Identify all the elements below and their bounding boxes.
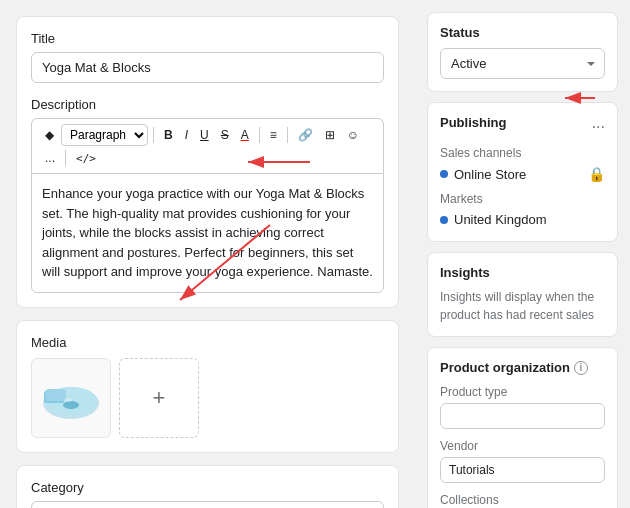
toolbar-divider-3 (287, 127, 288, 143)
product-type-field: Product type (440, 385, 605, 429)
svg-rect-7 (46, 389, 66, 401)
title-input[interactable] (31, 52, 384, 83)
emoji-btn[interactable]: ☺ (342, 125, 364, 145)
color-btn[interactable]: A (236, 125, 254, 145)
toolbar-divider-4 (65, 150, 66, 166)
publishing-more-btn[interactable]: ··· (592, 119, 605, 135)
publishing-header: Publishing ··· (440, 115, 605, 138)
status-select-wrapper: Active Draft Archived (440, 48, 605, 79)
description-label: Description (31, 97, 384, 112)
code-btn[interactable]: </> (71, 149, 101, 168)
market-status-dot (440, 216, 448, 224)
product-org-card: Product organization i Product type Vend… (427, 347, 618, 508)
product-type-label: Product type (440, 385, 605, 399)
channel-status-dot (440, 170, 448, 178)
toolbar-divider-1 (153, 127, 154, 143)
sales-channels-label: Sales channels (440, 146, 605, 160)
category-label: Category (31, 480, 384, 495)
toolbar-divider-2 (259, 127, 260, 143)
description-section: Description ◆ Paragraph B I U S A (31, 97, 384, 293)
embed-btn[interactable]: ⊞ (320, 125, 340, 145)
insights-card: Insights Insights will display when the … (427, 252, 618, 337)
vendor-field: Vendor (440, 439, 605, 483)
link-btn[interactable]: 🔗 (293, 125, 318, 145)
description-editor[interactable]: Enhance your yoga practice with our Yoga… (31, 173, 384, 293)
product-org-title: Product organization i (440, 360, 605, 375)
svg-point-9 (64, 398, 72, 402)
channel-item-online-store: Online Store 🔒 (440, 164, 605, 184)
bold-btn[interactable]: B (159, 125, 178, 145)
market-name: United Kingdom (454, 212, 547, 227)
media-add-btn[interactable]: + (119, 358, 199, 438)
media-label: Media (31, 335, 384, 350)
media-grid: + (31, 358, 384, 438)
format-icon: ◆ (45, 128, 54, 142)
svg-point-8 (63, 401, 79, 409)
more-btn[interactable]: ... (40, 148, 60, 168)
insights-text: Insights will display when the product h… (440, 288, 605, 324)
vendor-input[interactable] (440, 457, 605, 483)
product-org-info-icon[interactable]: i (574, 361, 588, 375)
product-type-input[interactable] (440, 403, 605, 429)
paragraph-select[interactable]: Paragraph (61, 124, 148, 146)
italic-btn[interactable]: I (180, 125, 193, 145)
collections-label: Collections (440, 493, 605, 507)
main-panel: Title Description ◆ Paragraph B I U S (0, 0, 415, 508)
media-thumb-1[interactable] (31, 358, 111, 438)
channel-settings-icon[interactable]: 🔒 (588, 166, 605, 182)
underline-btn[interactable]: U (195, 125, 214, 145)
status-card: Status Active Draft Archived (427, 12, 618, 92)
markets-label: Markets (440, 192, 605, 206)
vendor-label: Vendor (440, 439, 605, 453)
category-select[interactable]: Uncategorized (31, 501, 384, 509)
align-btn[interactable]: ≡ (265, 125, 282, 145)
side-panel: Status Active Draft Archived Publishing … (415, 0, 630, 508)
insights-title: Insights (440, 265, 605, 280)
category-select-wrapper: Uncategorized (31, 501, 384, 509)
publishing-card: Publishing ··· Sales channels Online Sto… (427, 102, 618, 242)
status-title: Status (440, 25, 605, 40)
title-card: Title Description ◆ Paragraph B I U S (16, 16, 399, 308)
editor-toolbar: ◆ Paragraph B I U S A ≡ 🔗 (31, 118, 384, 173)
publishing-title: Publishing (440, 115, 506, 130)
media-card: Media (16, 320, 399, 453)
category-card: Category Uncategorized Determines tax ra… (16, 465, 399, 509)
market-item-uk: United Kingdom (440, 210, 605, 229)
format-dropdown-btn[interactable]: ◆ (40, 125, 59, 145)
strikethrough-btn[interactable]: S (216, 125, 234, 145)
title-label: Title (31, 31, 384, 46)
status-select[interactable]: Active Draft Archived (440, 48, 605, 79)
collections-field: Collections (440, 493, 605, 508)
channel-name: Online Store (454, 167, 526, 182)
